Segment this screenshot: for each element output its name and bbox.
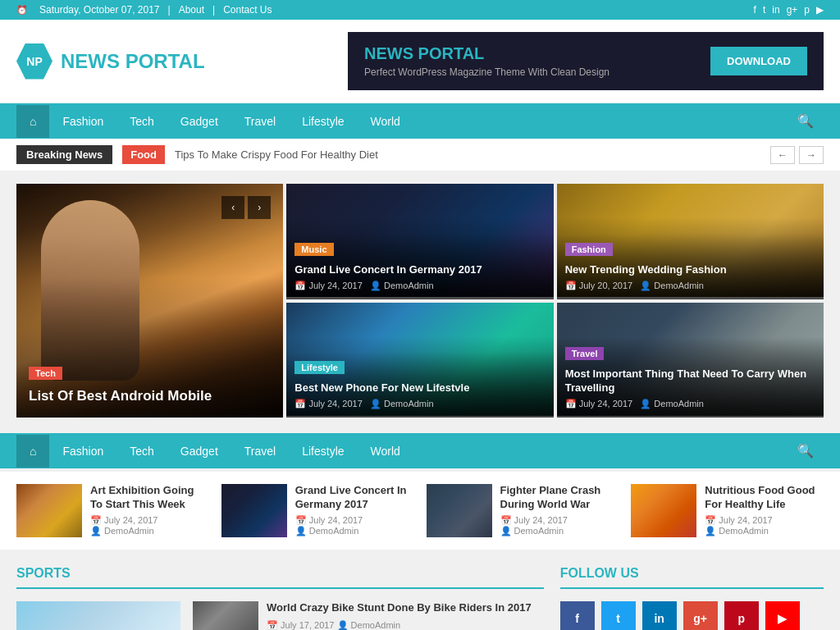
follow-youtube[interactable]: ▶ <box>765 601 800 630</box>
top-bar-separator: | <box>168 4 171 16</box>
news-item-food[interactable]: Nutritious Food Good For Healthy Life 📅 … <box>631 484 824 537</box>
nav2-search-icon[interactable]: 🔍 <box>788 433 824 468</box>
social-pinterest[interactable]: p <box>804 4 810 16</box>
nav-search-icon[interactable]: 🔍 <box>788 103 824 139</box>
news-item-art[interactable]: Art Exhibition Going To Start This Week … <box>16 484 209 537</box>
main-card-tag[interactable]: Tech <box>29 367 62 380</box>
news-item-fighter[interactable]: Fighter Plane Crash During World War 📅 J… <box>427 484 619 537</box>
follow-pinterest[interactable]: p <box>724 601 759 630</box>
follow-twitter[interactable]: t <box>601 601 636 630</box>
header-banner: NEWS PORTAL Perfect WordPress Magazine T… <box>348 32 824 90</box>
breaking-news-bar: Breaking News Food Tips To Make Crispy F… <box>0 139 840 171</box>
sports-side: World Crazy Bike Stunt Done By Bike Ride… <box>193 601 532 630</box>
nav-fashion[interactable]: Fashion <box>49 105 116 138</box>
lifestyle-card-title: Best New Phone For New Lifestvle <box>294 381 545 395</box>
follow-googleplus[interactable]: g+ <box>683 601 718 630</box>
breaking-prev-button[interactable]: ← <box>770 146 795 164</box>
small-card-music[interactable]: Music Grand Live Concert In Germany 2017… <box>286 184 553 299</box>
fighter-author: 👤 DemoAdmin <box>500 526 564 536</box>
lifestyle-card-meta: 📅 July 24, 2017 👤 DemoAdmin <box>294 399 545 409</box>
music-card-meta: 📅 July 24, 2017 👤 DemoAdmin <box>294 281 545 291</box>
nav-lifestyle[interactable]: Lifestyle <box>289 105 357 138</box>
nav-gadget[interactable]: Gadget <box>167 105 231 138</box>
nav2-world[interactable]: World <box>358 435 413 468</box>
nav-home[interactable]: ⌂ <box>16 105 49 138</box>
nav2-tech[interactable]: Tech <box>116 435 167 468</box>
small-card-lifestyle[interactable]: Lifestyle Best New Phone For New Lifestv… <box>286 303 553 418</box>
bottom-grid: SPORTS World Crazy Bike Stunt Done By Bi… <box>0 550 840 630</box>
main-nav: ⌂ Fashion Tech Gadget Travel Lifestyle W… <box>0 103 840 139</box>
nav2-home[interactable]: ⌂ <box>16 435 49 468</box>
site-header: NP NEWS PORTAL NEWS PORTAL Perfect WordP… <box>0 20 840 103</box>
bike-image <box>193 601 258 630</box>
sports-date: 📅 July 17, 2017 <box>267 620 335 630</box>
social-linkedin[interactable]: in <box>772 4 779 16</box>
concert-info: Grand Live Concert In Germany 2017 📅 Jul… <box>295 484 414 537</box>
secondary-nav: ⌂ Fashion Tech Gadget Travel Lifestyle W… <box>0 433 840 468</box>
concert-thumbnail <box>221 484 287 537</box>
sports-article-info: World Crazy Bike Stunt Done By Bike Ride… <box>267 601 532 630</box>
breaking-news-label: Breaking News <box>16 145 112 164</box>
social-twitter[interactable]: t <box>763 4 765 16</box>
slide-prev-button[interactable]: ‹ <box>221 196 244 219</box>
top-bar-date: Saturday, October 07, 2017 <box>39 4 160 16</box>
nav2-lifestyle[interactable]: Lifestyle <box>289 435 357 468</box>
follow-linkedin[interactable]: in <box>642 601 677 630</box>
fashion-tag[interactable]: Fashion <box>565 243 613 256</box>
sports-article-meta: 📅 July 17, 2017 👤 DemoAdmin <box>267 620 532 630</box>
art-thumbnail <box>16 484 82 537</box>
follow-us-section: FOLLOW US f t in g+ p ▶ <box>560 566 824 630</box>
about-link[interactable]: About <box>179 4 204 16</box>
breaking-next-button[interactable]: → <box>799 146 824 164</box>
sports-title: SPORTS <box>16 566 544 589</box>
fashion-card-title: New Trending Wedding Fashion <box>565 263 815 277</box>
logo[interactable]: NP NEWS PORTAL <box>16 43 205 80</box>
clock-icon <box>16 4 31 16</box>
download-button[interactable]: DOWNLOAD <box>710 47 807 75</box>
nav-tech[interactable]: Tech <box>116 105 167 138</box>
travel-card-title: Most Important Thing That Need To Carry … <box>565 368 815 395</box>
nav-travel[interactable]: Travel <box>231 105 289 138</box>
social-facebook[interactable]: f <box>754 4 756 16</box>
nav-world[interactable]: World <box>358 105 413 138</box>
nav2-gadget[interactable]: Gadget <box>167 435 231 468</box>
contact-link[interactable]: Contact Us <box>223 4 272 16</box>
small-card-fashion[interactable]: Fashion New Trending Wedding Fashion 📅 J… <box>557 184 824 299</box>
nav2-fashion[interactable]: Fashion <box>49 435 116 468</box>
food-info: Nutritious Food Good For Healthy Life 📅 … <box>705 484 824 537</box>
slide-next-button[interactable]: › <box>248 196 271 219</box>
fighter-meta: 📅 July 24, 2017 👤 DemoAdmin <box>500 515 619 536</box>
slide-controls: ‹ › <box>221 196 271 219</box>
art-author: 👤 DemoAdmin <box>90 526 154 536</box>
news-item-concert[interactable]: Grand Live Concert In Germany 2017 📅 Jul… <box>221 484 414 537</box>
lifestyle-tag[interactable]: Lifestyle <box>294 361 345 374</box>
sports-article-title: World Crazy Bike Stunt Done By Bike Ride… <box>267 601 532 615</box>
top-bar-social: f t in g+ p ▶ <box>754 4 824 16</box>
travel-card-overlay: Travel Most Important Thing That Need To… <box>557 338 824 418</box>
follow-us-title: FOLLOW US <box>560 566 824 589</box>
food-meta: 📅 July 24, 2017 👤 DemoAdmin <box>705 515 824 536</box>
fighter-info: Fighter Plane Crash During World War 📅 J… <box>500 484 619 537</box>
featured-main-card[interactable]: ‹ › Tech List Of Best Android Mobile <box>16 184 283 418</box>
fighter-title: Fighter Plane Crash During World War <box>500 484 619 512</box>
banner-subtitle: Perfect WordPress Magazine Theme With Cl… <box>364 66 609 78</box>
small-card-travel[interactable]: Travel Most Important Thing That Need To… <box>557 303 824 418</box>
music-card-overlay: Music Grand Live Concert In Germany 2017… <box>286 234 553 299</box>
social-youtube[interactable]: ▶ <box>816 4 824 16</box>
fashion-card-meta: 📅 July 20, 2017 👤 DemoAdmin <box>565 281 815 291</box>
follow-facebook[interactable]: f <box>560 601 595 630</box>
nav2-travel[interactable]: Travel <box>231 435 289 468</box>
food-date: 📅 July 24, 2017 <box>705 515 773 525</box>
fighter-date: 📅 July 24, 2017 <box>500 515 568 525</box>
breaking-text: Tips To Make Crispy Food For Healthy Die… <box>175 148 760 161</box>
travel-tag[interactable]: Travel <box>565 347 605 360</box>
food-thumbnail <box>631 484 696 537</box>
breaking-navigation: ← → <box>770 146 824 164</box>
music-card-title: Grand Live Concert In Germany 2017 <box>294 263 545 277</box>
music-tag[interactable]: Music <box>294 243 333 256</box>
logo-hex: NP <box>16 43 52 80</box>
breaking-tag[interactable]: Food <box>122 145 165 164</box>
sports-article[interactable]: World Crazy Bike Stunt Done By Bike Ride… <box>16 601 544 630</box>
nav-items: ⌂ Fashion Tech Gadget Travel Lifestyle W… <box>16 105 413 138</box>
social-googleplus[interactable]: g+ <box>787 4 798 16</box>
